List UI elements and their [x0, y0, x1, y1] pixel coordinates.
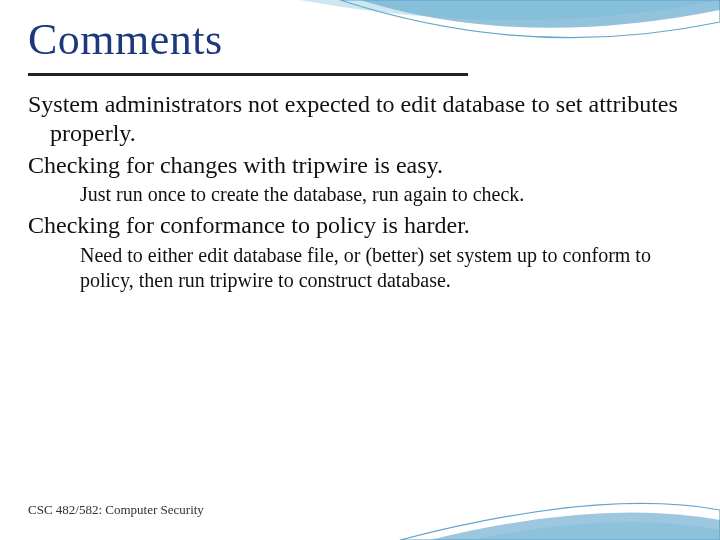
bullet-level1: System administrators not expected to ed…: [28, 90, 692, 149]
bullet-level2: Need to either edit database file, or (b…: [80, 243, 692, 294]
bullet-level2: Just run once to create the database, ru…: [80, 182, 692, 208]
bullet-level1: Checking for conformance to policy is ha…: [28, 211, 692, 240]
slide-title: Comments: [28, 14, 692, 65]
slide-body: System administrators not expected to ed…: [28, 90, 692, 294]
bullet-level1: Checking for changes with tripwire is ea…: [28, 151, 692, 180]
slide-footer: CSC 482/582: Computer Security: [28, 502, 204, 518]
slide-container: Comments System administrators not expec…: [0, 0, 720, 540]
title-underline: [28, 73, 468, 76]
